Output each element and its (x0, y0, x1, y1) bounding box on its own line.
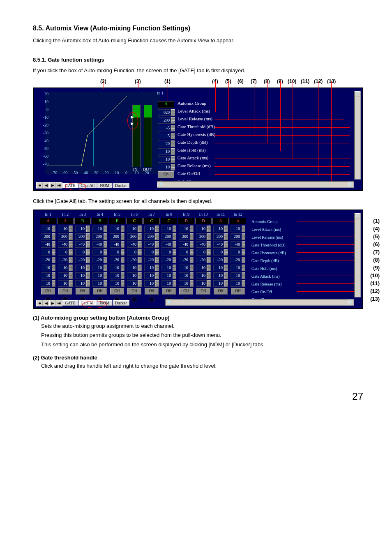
spinner[interactable] (69, 249, 73, 256)
param-value[interactable]: 10 (127, 226, 138, 232)
spinner[interactable] (171, 133, 175, 139)
param-value[interactable]: -20 (231, 257, 241, 263)
spinner[interactable] (207, 249, 211, 256)
spinner[interactable] (242, 233, 245, 240)
param-value[interactable]: 10 (196, 272, 207, 279)
spinner[interactable] (242, 226, 245, 232)
param-value[interactable]: -20 (196, 257, 207, 263)
param-value[interactable]: 10 (75, 265, 86, 271)
gate-onoff-button[interactable]: Off (231, 288, 245, 295)
spinner[interactable] (242, 265, 245, 271)
param-value[interactable]: -40 (213, 241, 224, 248)
param-value[interactable]: -20 (75, 257, 86, 263)
spinner[interactable] (69, 257, 73, 263)
param-value[interactable]: 10 (75, 272, 86, 279)
spinner[interactable] (138, 226, 142, 232)
spinner[interactable] (224, 226, 228, 232)
param-value[interactable]: 10 (144, 280, 155, 287)
param-value[interactable]: 10 (127, 272, 138, 279)
spinner[interactable] (138, 241, 142, 248)
param-value[interactable]: -20 (110, 257, 120, 263)
param-value[interactable]: -40 (144, 241, 155, 248)
param-value[interactable]: 020 (158, 109, 171, 116)
param-value[interactable]: 10 (161, 226, 172, 232)
gate-onoff-button[interactable]: Off (196, 288, 210, 295)
param-value[interactable]: 10 (196, 265, 207, 271)
tab-ducker[interactable]: Ducker (113, 183, 129, 188)
gate-onoff-button[interactable]: On (158, 171, 174, 178)
param-value[interactable]: 10 (58, 280, 69, 287)
param-value[interactable]: 200 (75, 233, 86, 240)
spinner[interactable] (69, 226, 73, 232)
param-value[interactable]: 10 (179, 226, 189, 232)
spinner[interactable] (121, 272, 125, 279)
spinner[interactable] (173, 272, 176, 279)
param-value[interactable]: -40 (161, 241, 172, 248)
spinner[interactable] (224, 265, 228, 271)
param-value[interactable]: -40 (92, 241, 103, 248)
spinner[interactable] (155, 265, 159, 271)
spinner[interactable] (242, 257, 245, 263)
param-value[interactable]: 10 (144, 272, 155, 279)
spinner[interactable] (190, 226, 194, 232)
param-value[interactable]: 10 (92, 226, 103, 232)
spinner[interactable] (121, 265, 125, 271)
param-value[interactable]: 10 (213, 272, 224, 279)
spinner[interactable] (121, 280, 125, 287)
nav-prev[interactable]: ◀ (43, 300, 49, 306)
spinner[interactable] (138, 257, 142, 263)
param-value[interactable]: 10 (231, 226, 241, 232)
param-value[interactable]: 200 (213, 233, 224, 240)
tab-nom[interactable]: NOM (97, 183, 112, 188)
spinner[interactable] (52, 272, 55, 279)
tab-gate[interactable]: GATE (62, 300, 78, 306)
spinner[interactable] (86, 280, 90, 287)
spinner[interactable] (52, 249, 55, 256)
spinner[interactable] (52, 226, 55, 232)
spinner[interactable] (104, 280, 107, 287)
automix-group-button[interactable]: A (212, 218, 229, 224)
param-value[interactable]: -20 (127, 257, 138, 263)
param-value[interactable]: 10 (196, 280, 207, 287)
param-value[interactable]: 200 (127, 233, 138, 240)
spinner[interactable] (121, 257, 125, 263)
spinner[interactable] (190, 249, 194, 256)
param-value[interactable]: 10 (110, 226, 120, 232)
param-value[interactable]: 10 (179, 265, 189, 271)
gate-onoff-button[interactable]: Off (110, 288, 124, 295)
param-value[interactable]: 200 (92, 233, 103, 240)
spinner[interactable] (190, 272, 194, 279)
param-value[interactable]: 0 (110, 249, 120, 256)
spinner[interactable] (86, 233, 90, 240)
spinner[interactable] (171, 164, 175, 170)
param-value[interactable]: 10 (231, 280, 241, 287)
param-value[interactable]: 10 (58, 272, 69, 279)
param-value[interactable]: 10 (58, 226, 69, 232)
automix-group-button[interactable]: B (92, 218, 108, 224)
spinner[interactable] (173, 249, 176, 256)
automix-group-button[interactable]: D (195, 218, 212, 224)
param-value[interactable]: -40 (41, 241, 51, 248)
param-value[interactable]: 10 (75, 280, 86, 287)
param-value[interactable]: -20 (213, 257, 224, 263)
spinner[interactable] (207, 233, 211, 240)
spinner[interactable] (69, 233, 73, 240)
param-value[interactable]: -20 (41, 257, 51, 263)
spinner[interactable] (224, 272, 228, 279)
param-value[interactable]: 200 (231, 233, 241, 240)
automix-group-button[interactable]: A (230, 218, 246, 224)
param-value[interactable]: -20 (92, 257, 103, 263)
param-value[interactable]: 0 (179, 249, 189, 256)
param-value[interactable]: -20 (144, 257, 155, 263)
spinner[interactable] (86, 226, 90, 232)
spinner[interactable] (173, 241, 176, 248)
spinner[interactable] (242, 280, 245, 287)
param-value[interactable]: 10 (161, 265, 172, 271)
spinner[interactable] (171, 140, 175, 147)
spinner[interactable] (224, 249, 228, 256)
spinner[interactable] (173, 226, 176, 232)
spinner[interactable] (224, 241, 228, 248)
spinner[interactable] (138, 280, 142, 287)
spinner[interactable] (207, 272, 211, 279)
gate-onoff-button[interactable]: Off (58, 288, 72, 295)
